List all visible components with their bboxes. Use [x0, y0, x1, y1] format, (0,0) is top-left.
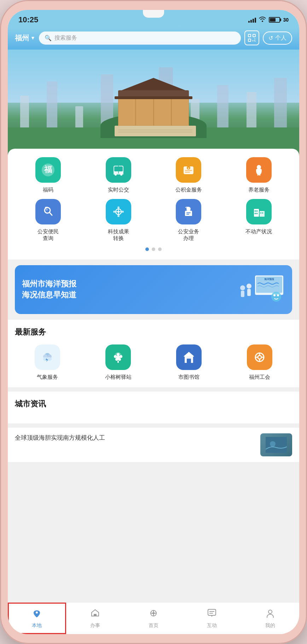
service-fucode[interactable]: 福 福码 [15, 157, 82, 193]
battery-icon [269, 17, 280, 23]
dot-2 [152, 247, 155, 251]
service-police-search[interactable]: 公安便民 查询 [15, 199, 82, 242]
wifi-icon [259, 16, 266, 23]
svg-point-61 [117, 353, 120, 356]
personal-icon: ↺ [268, 35, 273, 41]
search-bar[interactable]: 🔍 搜索服务 [39, 32, 241, 45]
service-tree-station[interactable]: 小榕树驿站 [86, 344, 151, 381]
svg-rect-44 [260, 212, 261, 213]
svg-rect-38 [254, 209, 259, 217]
news-item-1[interactable]: 全球顶级海胆实现南方规模化人工 [8, 428, 299, 462]
local-icon [32, 608, 42, 621]
service-bus[interactable]: 实时公交 [85, 157, 152, 193]
svg-point-27 [117, 206, 120, 209]
svg-rect-40 [255, 210, 256, 212]
union-label: 福州工会 [249, 374, 270, 381]
latest-services-section: 最新服务 [8, 320, 299, 388]
svg-rect-82 [94, 614, 97, 616]
svg-point-28 [117, 215, 120, 217]
nav-item-home[interactable]: 首页 [124, 603, 183, 634]
service-weather[interactable]: 气象服务 [15, 344, 80, 381]
police-affairs-icon [176, 199, 201, 224]
svg-point-63 [120, 355, 122, 358]
nav-item-affairs[interactable]: 办事 [66, 603, 124, 634]
svg-rect-69 [187, 359, 191, 363]
fucode-label: 福码 [43, 186, 53, 193]
nav-item-interact[interactable]: 互动 [183, 603, 241, 634]
quick-services-row2: 公安便民 查询 [15, 199, 292, 242]
svg-text:福: 福 [44, 165, 52, 174]
svg-point-73 [258, 355, 261, 359]
union-icon [247, 344, 272, 370]
home-label: 首页 [149, 622, 158, 629]
bottom-nav: 本地 办事 [8, 602, 299, 634]
service-fund[interactable]: ¥ 公积金服务 [155, 157, 222, 193]
signal-icon [248, 17, 256, 23]
interact-label: 互动 [207, 622, 217, 629]
service-police-affairs[interactable]: 公安业务 办理 [155, 199, 222, 242]
service-union[interactable]: 福州工会 [227, 344, 292, 381]
svg-point-49 [240, 285, 245, 290]
svg-rect-39 [260, 211, 265, 217]
svg-point-79 [270, 441, 276, 447]
latest-services-grid: 气象服务 [15, 344, 292, 381]
svg-point-84 [152, 612, 155, 614]
tree-station-icon [105, 344, 131, 370]
svg-text:海洋预报: 海洋预报 [264, 278, 274, 281]
svg-rect-0 [248, 34, 251, 37]
svg-rect-78 [266, 437, 287, 453]
hero-city-background [8, 50, 299, 156]
library-label: 市图书馆 [178, 374, 199, 381]
svg-rect-52 [247, 289, 251, 296]
nav-item-local[interactable]: 本地 [8, 603, 66, 634]
local-label: 本地 [32, 622, 42, 629]
phone-screen: 10:25 [8, 10, 299, 634]
city-name: 福州 [15, 33, 29, 43]
personal-button[interactable]: ↺ 个人 [263, 32, 292, 45]
svg-point-26 [117, 211, 120, 213]
service-property[interactable]: 不动产状况 [226, 199, 292, 242]
nav-item-mine[interactable]: 我的 [241, 603, 299, 634]
elder-label: 养老服务 [248, 186, 270, 193]
city-news-section: 城市资讯 [8, 392, 299, 423]
svg-point-51 [247, 284, 251, 289]
svg-rect-21 [257, 173, 259, 176]
mine-label: 我的 [265, 622, 275, 629]
svg-point-54 [273, 294, 276, 296]
search-placeholder-text: 搜索服务 [54, 34, 77, 42]
interact-icon [207, 608, 217, 621]
news-text-1: 全球顶级海胆实现南方规模化人工 [15, 433, 255, 443]
service-library[interactable]: 市图书馆 [156, 344, 221, 381]
news-thumbnail-1 [260, 433, 292, 456]
police-affairs-label: 公安业务 办理 [178, 228, 199, 242]
svg-rect-45 [262, 212, 263, 213]
tree-station-label: 小榕树驿站 [105, 374, 132, 381]
weather-label: 气象服务 [37, 374, 58, 381]
svg-point-81 [36, 611, 38, 614]
elder-icon [246, 157, 272, 183]
city-dropdown-icon: ▼ [30, 35, 35, 41]
scroll-content[interactable]: 福 福码 [8, 50, 299, 602]
tech-label: 科技成果 转换 [108, 228, 129, 242]
svg-rect-43 [256, 213, 257, 214]
svg-point-55 [277, 294, 279, 296]
bus-icon [106, 157, 131, 183]
bus-label: 实时公交 [108, 186, 129, 193]
promo-title: 福州市海洋预报海况信息早知道 [22, 279, 76, 301]
city-selector[interactable]: 福州 ▼ [15, 33, 35, 43]
scan-button[interactable] [244, 30, 259, 45]
svg-rect-19 [185, 172, 190, 173]
svg-point-30 [122, 211, 124, 213]
service-tech[interactable]: 科技成果 转换 [85, 199, 152, 242]
status-icons: 30 [248, 16, 289, 23]
promo-banner[interactable]: 福州市海洋预报海况信息早知道 海洋预报 [15, 265, 292, 314]
fund-label: 公积金服务 [175, 186, 202, 193]
svg-text:¥: ¥ [188, 167, 189, 170]
svg-line-6 [254, 40, 255, 41]
mine-icon [265, 608, 275, 621]
police-search-icon [35, 199, 61, 224]
fucode-icon: 福 [35, 157, 61, 183]
svg-rect-71 [191, 357, 192, 363]
service-elder[interactable]: 养老服务 [226, 157, 292, 193]
battery-label: 30 [283, 17, 289, 23]
